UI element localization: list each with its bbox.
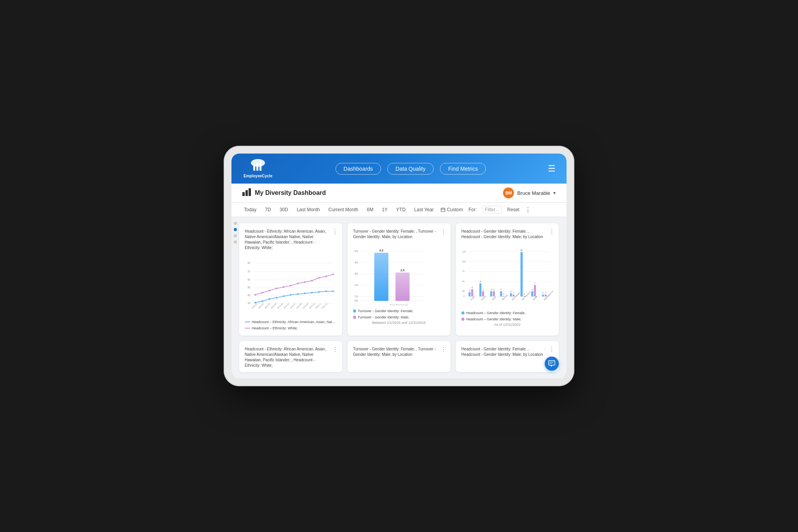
bcard1-menu[interactable]: ⋮ [332, 346, 338, 353]
legend-color-1b [245, 328, 250, 329]
svg-point-40 [290, 294, 292, 296]
filter-ytd[interactable]: YTD [395, 206, 407, 213]
svg-text:2015-05: 2015-05 [277, 302, 283, 309]
card1-menu[interactable]: ⋮ [332, 228, 338, 235]
svg-text:50: 50 [462, 280, 465, 283]
chart-card-1: Headcount - Ethnicity: African American,… [239, 223, 342, 336]
filter-1y[interactable]: 1Y [380, 206, 389, 213]
card3-chart: 125 100 75 50 25 0 [461, 243, 553, 309]
bcard2-menu[interactable]: ⋮ [440, 346, 447, 353]
card2-legend: Turnover - Gender Identity: Female; Turn… [353, 309, 445, 319]
nav-find-metrics[interactable]: Find Metrics [440, 163, 486, 175]
svg-point-34 [332, 274, 334, 276]
bcard3-menu[interactable]: ⋮ [549, 346, 555, 353]
filter-more-icon[interactable]: ⋮ [525, 206, 531, 214]
filter-reset[interactable]: Reset [507, 207, 519, 212]
filter-6m[interactable]: 6M [365, 206, 375, 213]
filter-last-month[interactable]: Last Month [295, 206, 321, 213]
svg-rect-4 [242, 192, 245, 196]
card2-date: Between 1/1/2015 and 12/31/2015 [353, 321, 445, 325]
svg-rect-7 [441, 208, 445, 212]
nav-data-quality[interactable]: Data Quality [387, 163, 434, 175]
svg-rect-90 [471, 289, 473, 297]
svg-rect-73 [395, 272, 410, 301]
svg-text:2015-11: 2015-11 [315, 302, 321, 309]
svg-point-25 [268, 290, 270, 292]
logo-area: EmployeeCycle [242, 159, 274, 178]
hamburger-icon[interactable]: ☰ [548, 164, 556, 174]
svg-point-41 [297, 293, 299, 295]
svg-point-27 [283, 286, 285, 288]
logo-text: EmployeeCycle [244, 174, 272, 178]
card1-chart: 80 70 60 50 40 30 [245, 254, 337, 318]
svg-text:125: 125 [462, 251, 466, 253]
user-name: Bruce Marable [517, 190, 550, 196]
grouped-bar-chart-svg: 125 100 75 50 25 0 [461, 243, 553, 307]
card1-title: Headcount - Ethnicity: African American,… [245, 229, 337, 251]
svg-point-23 [254, 294, 256, 296]
user-avatar: BM [503, 187, 514, 198]
svg-point-31 [311, 280, 313, 282]
svg-text:3: 3 [469, 290, 470, 292]
legend-color-1a [245, 322, 250, 322]
fab-button[interactable] [545, 357, 559, 371]
user-dropdown-icon[interactable]: ▾ [553, 190, 556, 196]
bcard1-title: Headcount - Ethnicity: African American,… [245, 346, 337, 368]
bottom-card-1: Headcount - Ethnicity: African American,… [239, 341, 342, 372]
svg-text:75: 75 [462, 270, 465, 272]
svg-rect-128 [549, 361, 555, 365]
svg-text:0: 0 [524, 293, 525, 295]
filter-custom[interactable]: Custom [441, 207, 463, 212]
filter-input[interactable]: Filter... [482, 206, 502, 214]
page-title-bar: My Diversity Dashboard BM Bruce Marable … [231, 184, 567, 203]
svg-rect-93 [479, 283, 481, 297]
filter-30d[interactable]: 30D [278, 206, 290, 213]
sidebar-dot-1 [234, 222, 237, 225]
bar-chart-2-svg: 5% 4% 3% 2% 1% 0% [353, 243, 445, 305]
filter-for-label: For: [468, 207, 477, 212]
filter-last-year[interactable]: Last Year [413, 206, 435, 213]
svg-text:30: 30 [247, 302, 251, 304]
tablet-screen: EmployeeCycle Dashboards Data Quality Fi… [231, 154, 567, 378]
svg-text:8: 8 [480, 281, 481, 283]
chart-card-3: Headcount - Gender Identity: Female; , H… [456, 223, 559, 336]
line-chart-svg: 80 70 60 50 40 30 [245, 254, 337, 316]
svg-text:2015-12: 2015-12 [321, 302, 328, 309]
svg-text:2015-01: 2015-01 [251, 302, 258, 309]
legend-label-2b: Turnover - Gender Identity: Male; [358, 315, 409, 319]
svg-text:New York: New York [501, 294, 508, 301]
card2-title: Turnover - Gender Identity: Female; , Tu… [353, 229, 445, 240]
svg-rect-120 [534, 285, 536, 297]
svg-text:2015-07: 2015-07 [289, 302, 296, 309]
legend-label-3b: Headcount – Gender Identity: Male; [466, 317, 521, 321]
legend-item-1b: Headcount – Ethnicity: White; [245, 326, 298, 330]
svg-text:San Francisco: San Francisco [521, 291, 531, 301]
filter-7d[interactable]: 7D [263, 206, 272, 213]
card2-menu[interactable]: ⋮ [440, 228, 447, 235]
svg-rect-100 [493, 291, 495, 296]
bottom-card-2: Turnover - Gender Identity: Female; , Tu… [348, 341, 450, 372]
svg-text:60: 60 [247, 278, 251, 281]
chart-card-2: Turnover - Gender Identity: Female; , Tu… [348, 223, 450, 336]
card3-menu[interactable]: ⋮ [549, 228, 555, 235]
svg-text:1: 1 [545, 292, 546, 294]
filter-bar: Today 7D 30D Last Month Current Month 6M… [231, 203, 567, 217]
svg-text:San Francisco: San Francisco [390, 304, 408, 305]
sidebar-dot-3 [234, 234, 237, 237]
nav-dashboards[interactable]: Dashboards [335, 163, 381, 175]
filter-current-month[interactable]: Current Month [327, 206, 360, 213]
svg-point-46 [332, 290, 334, 292]
svg-point-39 [283, 295, 285, 297]
svg-text:2015-06: 2015-06 [283, 302, 290, 309]
svg-rect-103 [500, 291, 502, 296]
svg-rect-5 [245, 190, 248, 196]
svg-text:50: 50 [247, 286, 251, 289]
filter-today[interactable]: Today [242, 206, 258, 213]
svg-text:2%: 2% [355, 284, 358, 286]
legend-color-2b [353, 316, 356, 319]
card3-legend: Headcount – Gender Identity: Female; Hea… [461, 311, 553, 321]
svg-text:0: 0 [463, 295, 465, 297]
svg-rect-3 [260, 161, 261, 171]
svg-text:2015-03: 2015-03 [264, 302, 270, 309]
svg-text:1: 1 [513, 292, 514, 294]
